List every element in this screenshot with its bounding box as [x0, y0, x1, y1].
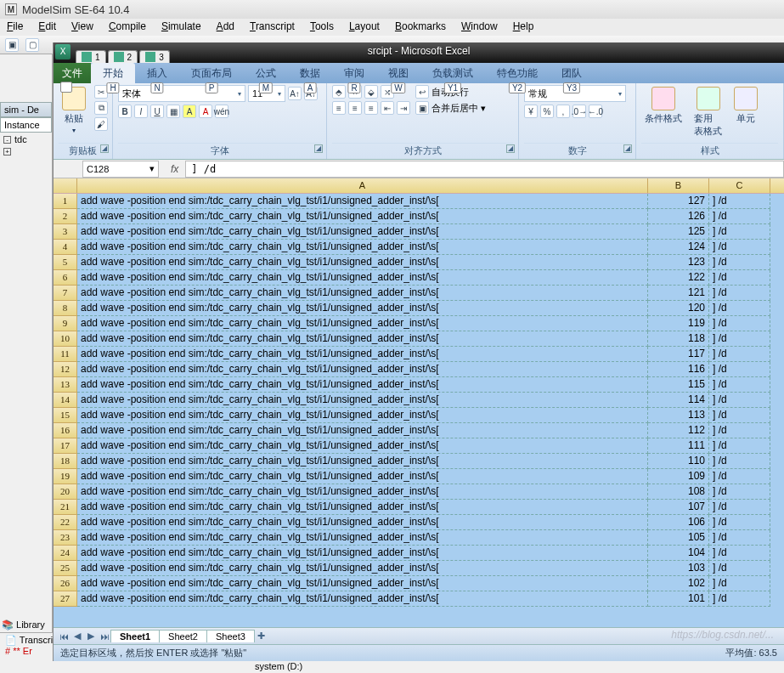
cell[interactable]: add wave -position end sim:/tdc_carry_ch… — [77, 423, 648, 438]
cell[interactable]: 107 — [648, 500, 709, 515]
row-header[interactable]: 17 — [54, 438, 77, 454]
grid-row[interactable]: 2add wave -position end sim:/tdc_carry_c… — [54, 209, 784, 224]
cell[interactable]: ] /d — [709, 484, 770, 500]
conditional-format-button[interactable]: 条件格式 — [641, 85, 685, 127]
cell[interactable]: 127 — [648, 194, 709, 209]
menu-view[interactable]: View — [71, 20, 93, 34]
cell[interactable]: add wave -position end sim:/tdc_carry_ch… — [77, 438, 648, 454]
row-header[interactable]: 22 — [54, 515, 77, 530]
table-format-button[interactable]: 套用 表格式 — [691, 85, 725, 139]
row-header[interactable]: 23 — [54, 530, 77, 546]
cell[interactable]: 103 — [648, 561, 709, 576]
cell[interactable]: ] /d — [709, 438, 770, 454]
row-header[interactable]: 16 — [54, 423, 77, 438]
paste-button[interactable]: 粘贴▾ — [59, 85, 89, 136]
ribbon-tab-Y1[interactable]: 负载测试Y1 — [420, 63, 485, 84]
align-bottom-icon[interactable]: ⬙ — [364, 85, 378, 99]
cell-styles-button[interactable]: 单元 — [730, 85, 761, 127]
cell[interactable]: ] /d — [709, 546, 770, 561]
grid-row[interactable]: 13add wave -position end sim:/tdc_carry_… — [54, 377, 784, 393]
cell[interactable]: add wave -position end sim:/tdc_carry_ch… — [77, 209, 648, 224]
menu-compile[interactable]: Compile — [109, 20, 146, 34]
grid-row[interactable]: 10add wave -position end sim:/tdc_carry_… — [54, 331, 784, 347]
ribbon-tab-A[interactable]: 数据A — [288, 63, 332, 84]
cell[interactable]: add wave -position end sim:/tdc_carry_ch… — [77, 240, 648, 255]
row-header[interactable]: 1 — [54, 194, 77, 209]
spreadsheet-grid[interactable]: A B C 1add wave -position end sim:/tdc_c… — [54, 178, 784, 644]
cell[interactable]: ] /d — [709, 209, 770, 224]
row-header[interactable]: 3 — [54, 224, 77, 240]
border-icon[interactable]: ▦ — [166, 105, 180, 118]
cell[interactable]: add wave -position end sim:/tdc_carry_ch… — [77, 546, 648, 561]
grid-row[interactable]: 4add wave -position end sim:/tdc_carry_c… — [54, 240, 784, 255]
cell[interactable]: add wave -position end sim:/tdc_carry_ch… — [77, 255, 648, 270]
comma-icon[interactable]: , — [556, 105, 570, 118]
cell[interactable]: 105 — [648, 530, 709, 546]
grid-row[interactable]: 27add wave -position end sim:/tdc_carry_… — [54, 591, 784, 607]
cell[interactable]: ] /d — [709, 270, 770, 286]
grid-row[interactable]: 23add wave -position end sim:/tdc_carry_… — [54, 530, 784, 546]
cell[interactable]: add wave -position end sim:/tdc_carry_ch… — [77, 454, 648, 469]
cell[interactable]: add wave -position end sim:/tdc_carry_ch… — [77, 469, 648, 484]
ribbon-tab-W[interactable]: 视图W — [376, 63, 420, 84]
fill-color-icon[interactable]: A — [183, 105, 196, 118]
merge-center-button[interactable]: ▣合并后居中▾ — [415, 101, 486, 115]
cell[interactable]: 119 — [648, 316, 709, 331]
cell[interactable]: add wave -position end sim:/tdc_carry_ch… — [77, 515, 648, 530]
new-sheet-icon[interactable]: ✚ — [255, 631, 268, 642]
cell[interactable]: 118 — [648, 331, 709, 347]
ribbon-file-tab[interactable]: 文件 F — [54, 63, 91, 83]
sheet-tab[interactable]: Sheet2 — [159, 630, 207, 642]
grid-row[interactable]: 25add wave -position end sim:/tdc_carry_… — [54, 561, 784, 576]
cell[interactable]: ] /d — [709, 454, 770, 469]
cell[interactable]: ] /d — [709, 286, 770, 301]
menu-add[interactable]: Add — [217, 20, 234, 34]
menu-layout[interactable]: Layout — [349, 20, 380, 34]
grid-row[interactable]: 9add wave -position end sim:/tdc_carry_c… — [54, 316, 784, 331]
cell[interactable]: add wave -position end sim:/tdc_carry_ch… — [77, 408, 648, 423]
align-left-icon[interactable]: ≡ — [332, 101, 346, 115]
ribbon-tab-Y2[interactable]: 特色功能Y2 — [485, 63, 550, 84]
dialog-launcher-icon[interactable]: ◢ — [506, 144, 515, 153]
cell[interactable]: ] /d — [709, 240, 770, 255]
tree-row[interactable]: -tdc — [0, 133, 52, 146]
menu-bookmarks[interactable]: Bookmarks — [395, 20, 446, 34]
row-header[interactable]: 13 — [54, 377, 77, 393]
grid-row[interactable]: 11add wave -position end sim:/tdc_carry_… — [54, 347, 784, 362]
grid-row[interactable]: 6add wave -position end sim:/tdc_carry_c… — [54, 270, 784, 286]
name-box[interactable]: C128▾ — [82, 161, 159, 178]
cell[interactable]: ] /d — [709, 316, 770, 331]
col-header-b[interactable]: B — [648, 178, 709, 193]
cell[interactable]: add wave -position end sim:/tdc_carry_ch… — [77, 316, 648, 331]
cell[interactable]: add wave -position end sim:/tdc_carry_ch… — [77, 331, 648, 347]
row-header[interactable]: 12 — [54, 362, 77, 377]
ribbon-tab-H[interactable]: 开始H — [91, 63, 135, 84]
cell[interactable]: 102 — [648, 576, 709, 591]
cell[interactable]: 124 — [648, 240, 709, 255]
select-all-corner[interactable] — [54, 178, 77, 193]
cell[interactable]: 110 — [648, 454, 709, 469]
cell[interactable]: 106 — [648, 515, 709, 530]
cell[interactable]: ] /d — [709, 194, 770, 209]
percent-icon[interactable]: % — [540, 105, 554, 118]
cell[interactable]: 111 — [648, 438, 709, 454]
menu-simulate[interactable]: Simulate — [161, 20, 201, 34]
row-header[interactable]: 7 — [54, 286, 77, 301]
currency-icon[interactable]: ¥ — [524, 105, 538, 118]
cell[interactable]: ] /d — [709, 255, 770, 270]
cell[interactable]: 108 — [648, 484, 709, 500]
cell[interactable]: add wave -position end sim:/tdc_carry_ch… — [77, 484, 648, 500]
grid-row[interactable]: 5add wave -position end sim:/tdc_carry_c… — [54, 255, 784, 270]
cell[interactable]: add wave -position end sim:/tdc_carry_ch… — [77, 362, 648, 377]
cell[interactable]: ] /d — [709, 591, 770, 607]
workbook-tab[interactable]: 3 — [139, 50, 170, 63]
ribbon-tab-M[interactable]: 公式M — [244, 63, 288, 84]
format-painter-icon[interactable]: 🖌 — [94, 117, 108, 131]
toolbar-icon[interactable]: ▣ — [5, 38, 19, 52]
expand-icon[interactable]: + — [3, 148, 11, 156]
bold-button[interactable]: B — [118, 105, 132, 118]
cell[interactable]: ] /d — [709, 408, 770, 423]
cell[interactable]: ] /d — [709, 423, 770, 438]
row-header[interactable]: 14 — [54, 393, 77, 408]
cell[interactable]: 125 — [648, 224, 709, 240]
